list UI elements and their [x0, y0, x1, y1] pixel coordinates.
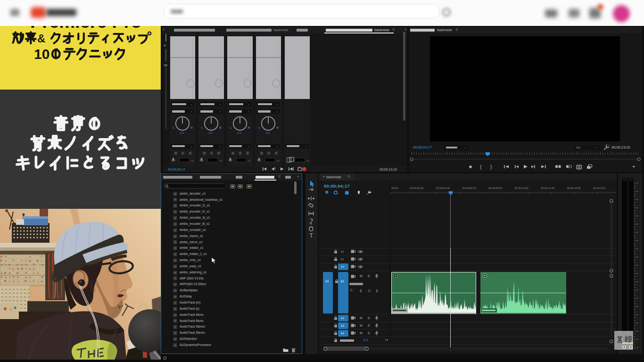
- svg-text:}: }: [490, 165, 492, 170]
- svg-text:T: T: [310, 232, 314, 239]
- svg-text:{: {: [480, 165, 482, 170]
